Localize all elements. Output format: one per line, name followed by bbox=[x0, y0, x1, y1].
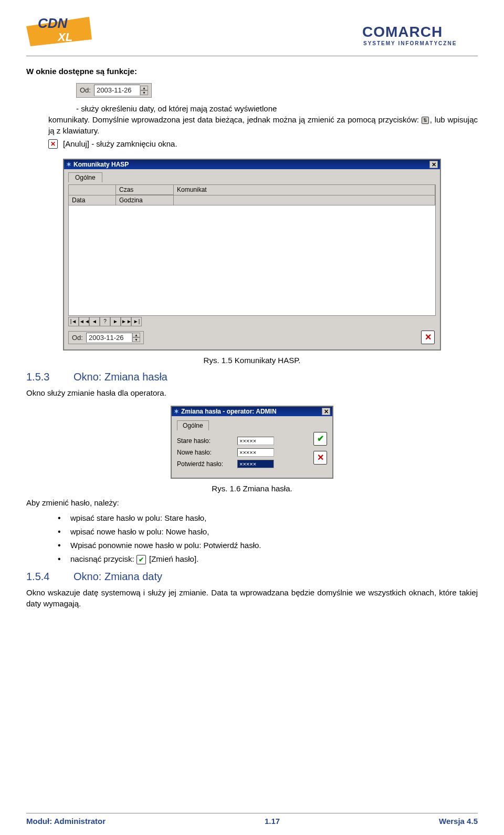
svg-text:CDN: CDN bbox=[38, 15, 68, 31]
hasp-footer-od-label: Od: bbox=[72, 334, 83, 342]
pw-new-input[interactable]: ××××× bbox=[237, 448, 274, 457]
hasp-app-icon: ✶ bbox=[66, 161, 71, 168]
hasp-col-godzina: Godzina bbox=[116, 195, 174, 205]
nav-first[interactable]: |◄ bbox=[68, 317, 79, 326]
fig2-caption: Rys. 1.6 Zmiana hasła. bbox=[26, 484, 478, 493]
intro-desc-part2a: komunikaty. Domyślnie wprowadzona jest d… bbox=[48, 115, 422, 124]
section-153-heading: 1.5.3Okno: Zmiana hasła bbox=[26, 371, 478, 383]
date-from-widget: Od: 2003-11-26 ▲▼ bbox=[76, 83, 152, 98]
hasp-footer-spinner[interactable]: ▲▼ bbox=[132, 333, 140, 342]
pw-cancel-button[interactable]: ✕ bbox=[313, 451, 327, 465]
hasp-col-czas: Czas bbox=[116, 185, 174, 195]
step-1: wpisać stare hasło w polu: Stare hasło, bbox=[58, 512, 478, 523]
step-4: nacisnąć przycisk: ✔ [Zmień hasło]. bbox=[58, 553, 478, 564]
nav-fastprev[interactable]: ◄◄ bbox=[79, 317, 89, 326]
pw-ok-button[interactable]: ✔ bbox=[313, 432, 327, 446]
pw-conf-label: Potwierdź hasło: bbox=[177, 460, 237, 468]
pw-close-button[interactable]: ✕ bbox=[322, 408, 330, 415]
pw-titlebar: ✶ Zmiana hasła - operator: ADMIN ✕ bbox=[172, 407, 332, 416]
hasp-col-komunikat: Komunikat bbox=[174, 185, 435, 195]
step-4-suffix: [Zmień hasło]. bbox=[147, 554, 198, 563]
pw-old-input[interactable]: ××××× bbox=[237, 437, 274, 445]
svg-text:SYSTEMY INFORMATYCZNE: SYSTEMY INFORMATYCZNE bbox=[363, 40, 457, 46]
pw-title: Zmiana hasła - operator: ADMIN bbox=[181, 408, 277, 415]
pw-dialog: ✶ Zmiana hasła - operator: ADMIN ✕ Ogóln… bbox=[171, 406, 333, 479]
hasp-col-data: Data bbox=[69, 195, 116, 205]
nav-last[interactable]: ►| bbox=[131, 317, 142, 326]
section-153-desc: Okno służy zmianie hasła dla operatora. bbox=[26, 387, 478, 398]
spinner-icon: ⇅ bbox=[422, 117, 429, 124]
section-154-title: Okno: Zmiana daty bbox=[74, 571, 162, 582]
step-2: wpisać nowe hasło w polu: Nowe hasło, bbox=[58, 526, 478, 537]
hasp-close-button[interactable]: ✕ bbox=[429, 161, 438, 168]
footer-right: Wersja 4.5 bbox=[439, 817, 478, 826]
hasp-navrow: |◄ ◄◄ ◄ ? ► ►► ►| bbox=[68, 317, 436, 326]
pw-new-label: Nowe hasło: bbox=[177, 449, 237, 456]
cancel-desc: [Anuluj] - służy zamknięciu okna. bbox=[63, 138, 177, 149]
date-from-input[interactable]: 2003-11-26 bbox=[94, 85, 140, 96]
nav-query[interactable]: ? bbox=[100, 317, 110, 326]
pw-tab-general[interactable]: Ogólne bbox=[177, 420, 209, 430]
intro-lead: W oknie dostępne są funkcje: bbox=[26, 66, 478, 77]
page-header: CDN XL COMARCH SYSTEMY INFORMATYCZNE bbox=[26, 11, 478, 56]
svg-text:XL: XL bbox=[57, 30, 72, 44]
svg-text:COMARCH: COMARCH bbox=[362, 24, 443, 40]
intro-desc-part1: - służy określeniu daty, od której mają … bbox=[76, 104, 277, 113]
hasp-title: Komunikaty HASP bbox=[74, 161, 129, 168]
cancel-icon: ✕ bbox=[48, 139, 58, 149]
step-3: Wpisać ponownie nowe hasło w polu: Potwi… bbox=[58, 540, 478, 551]
hasp-cancel-button[interactable]: ✕ bbox=[421, 331, 435, 344]
hasp-titlebar: ✶ Komunikaty HASP ✕ bbox=[64, 160, 440, 169]
pw-old-label: Stare hasło: bbox=[177, 437, 237, 445]
section-153-title: Okno: Zmiana hasła bbox=[74, 371, 167, 383]
cdnxl-logo: CDN XL bbox=[26, 11, 116, 54]
hasp-listbody[interactable] bbox=[68, 205, 436, 316]
date-from-spinner[interactable]: ▲▼ bbox=[140, 86, 148, 95]
footer-left: Moduł: Administrator bbox=[26, 817, 106, 826]
section-154-desc: Okno wskazuje datę systemową i służy jej… bbox=[26, 587, 478, 609]
fig1-caption: Rys. 1.5 Komunikaty HASP. bbox=[26, 356, 478, 365]
hasp-footer-od-input[interactable]: 2003-11-26 bbox=[86, 333, 132, 343]
comarch-logo: COMARCH SYSTEMY INFORMATYCZNE bbox=[362, 11, 478, 52]
section-154-heading: 1.5.4Okno: Zmiana daty bbox=[26, 571, 478, 583]
date-from-label: Od: bbox=[80, 86, 91, 95]
hasp-footer-date: Od: 2003-11-26 ▲▼ bbox=[68, 331, 144, 344]
hasp-tab-general[interactable]: Ogólne bbox=[68, 172, 102, 182]
section-154-num: 1.5.4 bbox=[26, 571, 74, 583]
change-password-icon: ✔ bbox=[136, 555, 146, 564]
hasp-window: ✶ Komunikaty HASP ✕ Ogólne Czas Komunika… bbox=[63, 159, 441, 351]
hasp-columns2: Data Godzina bbox=[68, 195, 436, 205]
step-4-prefix: nacisnąć przycisk: bbox=[70, 554, 136, 563]
hasp-columns: Czas Komunikat bbox=[68, 184, 436, 195]
footer-mid: 1.17 bbox=[265, 817, 280, 826]
nav-prev[interactable]: ◄ bbox=[89, 317, 100, 326]
section-153-num: 1.5.3 bbox=[26, 371, 74, 383]
pw-app-icon: ✶ bbox=[174, 408, 179, 415]
steps-list: wpisać stare hasło w polu: Stare hasło, … bbox=[58, 512, 478, 564]
page-footer: Moduł: Administrator 1.17 Wersja 4.5 bbox=[26, 813, 478, 826]
nav-next[interactable]: ► bbox=[110, 317, 121, 326]
pw-conf-input[interactable]: ××××× bbox=[237, 460, 274, 468]
nav-fastnext[interactable]: ►► bbox=[121, 317, 131, 326]
steps-lead: Aby zmienić hasło, należy: bbox=[26, 497, 478, 508]
